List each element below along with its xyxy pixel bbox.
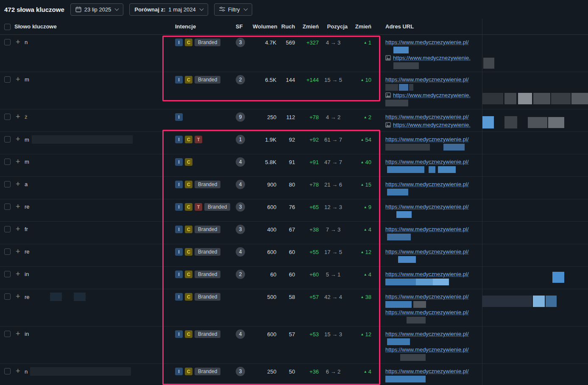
url-cell: https://www.medycznezywienie.pl/ bbox=[385, 368, 482, 383]
row-checkbox[interactable] bbox=[4, 331, 11, 337]
keyword-text[interactable]: re bbox=[25, 248, 30, 256]
url-link[interactable]: https://www.medycznezywienie.pl/ bbox=[385, 226, 481, 233]
image-url-link[interactable]: https://www.medycznezywienie. bbox=[385, 121, 481, 128]
date-range-button[interactable]: 23 lip 2025 bbox=[70, 3, 124, 16]
url-link[interactable]: https://www.medycznezywienie.pl/ bbox=[385, 368, 481, 375]
volume-value: 1.9K bbox=[253, 136, 276, 144]
column-header-position[interactable]: Pozycja bbox=[319, 22, 348, 31]
column-header-url[interactable]: Adres URL bbox=[385, 23, 482, 30]
column-header-intents[interactable]: Intencje bbox=[175, 23, 236, 30]
add-keyword-icon[interactable]: + bbox=[14, 180, 20, 188]
row-checkbox[interactable] bbox=[4, 204, 11, 210]
add-keyword-icon[interactable]: + bbox=[14, 367, 20, 375]
row-checkbox[interactable] bbox=[4, 368, 11, 374]
column-header-traffic[interactable]: Ruch bbox=[276, 22, 297, 31]
add-keyword-icon[interactable]: + bbox=[14, 112, 20, 121]
intent-badge-i: I bbox=[175, 39, 183, 46]
arrow-up-icon: ▲ bbox=[361, 76, 364, 84]
row-checkbox[interactable] bbox=[4, 39, 11, 45]
intent-badge-c: C bbox=[185, 368, 192, 375]
keyword-cell: fr bbox=[25, 226, 175, 233]
redacted-url-path bbox=[385, 144, 481, 151]
url-link[interactable]: https://www.medycznezywienie.pl/ bbox=[385, 76, 481, 83]
table-row: +mICBranded26.5K144+14415 → 5▲10https://… bbox=[0, 72, 588, 109]
image-icon bbox=[385, 92, 391, 98]
row-checkbox[interactable] bbox=[4, 136, 11, 142]
add-keyword-icon[interactable]: + bbox=[14, 247, 20, 256]
filters-button[interactable]: Filtry bbox=[214, 3, 252, 16]
volume-value: 5.8K bbox=[253, 158, 276, 166]
url-link[interactable]: https://www.medycznezywienie.pl/ bbox=[385, 330, 481, 338]
row-checkbox[interactable] bbox=[4, 76, 11, 83]
keyword-text[interactable]: n bbox=[25, 368, 28, 376]
url-link[interactable]: https://www.medycznezywienie.pl/ bbox=[385, 248, 481, 255]
volume-value: 600 bbox=[253, 248, 276, 256]
row-checkbox[interactable] bbox=[4, 159, 11, 165]
keyword-text[interactable]: re bbox=[25, 293, 30, 301]
url-link[interactable]: https://www.medycznezywienie.pl/ bbox=[385, 158, 481, 165]
url-link[interactable]: https://www.medycznezywienie.pl/ bbox=[385, 113, 481, 120]
url-text: https://www.medycznezywienie.pl/ bbox=[385, 136, 469, 142]
row-checkbox[interactable] bbox=[4, 248, 11, 255]
image-url-link[interactable]: https://www.medycznezywienie. bbox=[385, 54, 481, 61]
url-cell: https://www.medycznezywienie.pl/ bbox=[385, 158, 482, 174]
row-checkbox[interactable] bbox=[4, 114, 11, 120]
url-link[interactable]: https://www.medycznezywienie.pl/ bbox=[385, 181, 481, 188]
add-keyword-icon[interactable]: + bbox=[14, 270, 20, 278]
keyword-text[interactable]: fr bbox=[25, 226, 28, 233]
serp-features-count: 4 bbox=[236, 157, 245, 167]
intents-cell: ICT bbox=[175, 136, 236, 143]
keyword-text[interactable]: a bbox=[25, 181, 28, 188]
add-keyword-icon[interactable]: + bbox=[14, 75, 20, 84]
position-value: 15 → 3 bbox=[319, 330, 348, 338]
row-checkbox[interactable] bbox=[4, 293, 11, 300]
row-checkbox[interactable] bbox=[4, 226, 11, 232]
position-change-number: 40 bbox=[365, 158, 371, 166]
position-change-number: 9 bbox=[368, 203, 371, 211]
add-keyword-icon[interactable]: + bbox=[14, 135, 20, 143]
column-header-change[interactable]: Zmień bbox=[297, 22, 319, 31]
keyword-text[interactable]: re bbox=[25, 203, 30, 211]
row-checkbox[interactable] bbox=[4, 271, 11, 277]
url-link[interactable]: https://www.medycznezywienie.pl/ bbox=[385, 136, 481, 143]
column-header-volume[interactable]: Wolumen bbox=[253, 22, 276, 31]
table-header: Słowo kluczowe Intencje SF Wolumen Ruch … bbox=[0, 19, 588, 35]
keyword-cell: re bbox=[25, 203, 175, 211]
select-all-checkbox[interactable] bbox=[4, 24, 11, 30]
url-link[interactable]: https://www.medycznezywienie.pl/ bbox=[385, 271, 481, 278]
url-link[interactable]: https://www.medycznezywienie.pl/ bbox=[385, 293, 481, 300]
keyword-text[interactable]: n bbox=[25, 39, 28, 46]
add-keyword-icon[interactable]: + bbox=[14, 329, 20, 338]
intents-cell: ICBranded bbox=[175, 39, 236, 46]
add-keyword-icon[interactable]: + bbox=[14, 202, 20, 211]
add-keyword-icon[interactable]: + bbox=[14, 225, 20, 233]
keyword-text[interactable]: m bbox=[25, 76, 29, 84]
keyword-text[interactable]: in bbox=[25, 271, 29, 278]
url-link[interactable]: https://www.medycznezywienie.pl/ bbox=[385, 309, 481, 316]
keyword-cell: n bbox=[25, 368, 175, 376]
add-keyword-icon[interactable]: + bbox=[14, 38, 20, 46]
url-link[interactable]: https://www.medycznezywienie.pl/ bbox=[385, 39, 481, 46]
table-row: +nICBranded325050+366 → 2▲4https://www.m… bbox=[0, 364, 588, 385]
url-link[interactable]: https://www.medycznezywienie.pl/ bbox=[385, 346, 481, 353]
row-checkbox[interactable] bbox=[4, 181, 11, 187]
url-cell: https://www.medycznezywienie.pl/https://… bbox=[385, 113, 482, 129]
url-link[interactable]: https://www.medycznezywienie.pl/ bbox=[385, 203, 481, 210]
intent-badge-i: I bbox=[175, 158, 183, 166]
table-row: +mICT11.9K92+9261 → 7▲54https://www.medy… bbox=[0, 132, 588, 154]
keyword-text[interactable]: m bbox=[25, 158, 29, 166]
keyword-text[interactable]: in bbox=[25, 330, 29, 338]
plus-cell: + bbox=[14, 136, 25, 143]
heatmap-cell bbox=[552, 272, 564, 283]
column-header-keyword[interactable]: Słowo kluczowe bbox=[14, 23, 175, 30]
traffic-value: 67 bbox=[276, 226, 297, 234]
compare-button[interactable]: Porównaj z: 1 maj 2024 bbox=[129, 3, 208, 16]
keyword-text[interactable]: ż bbox=[25, 113, 28, 121]
add-keyword-icon[interactable]: + bbox=[14, 157, 20, 166]
image-url-link[interactable]: https://www.medycznezywienie. bbox=[385, 92, 481, 99]
url-text: https://www.medycznezywienie.pl/ bbox=[385, 331, 469, 337]
column-header-change2[interactable]: Zmień bbox=[348, 22, 373, 31]
keyword-text[interactable]: m bbox=[25, 136, 29, 144]
column-header-sf[interactable]: SF bbox=[236, 23, 253, 30]
add-keyword-icon[interactable]: + bbox=[14, 292, 20, 301]
